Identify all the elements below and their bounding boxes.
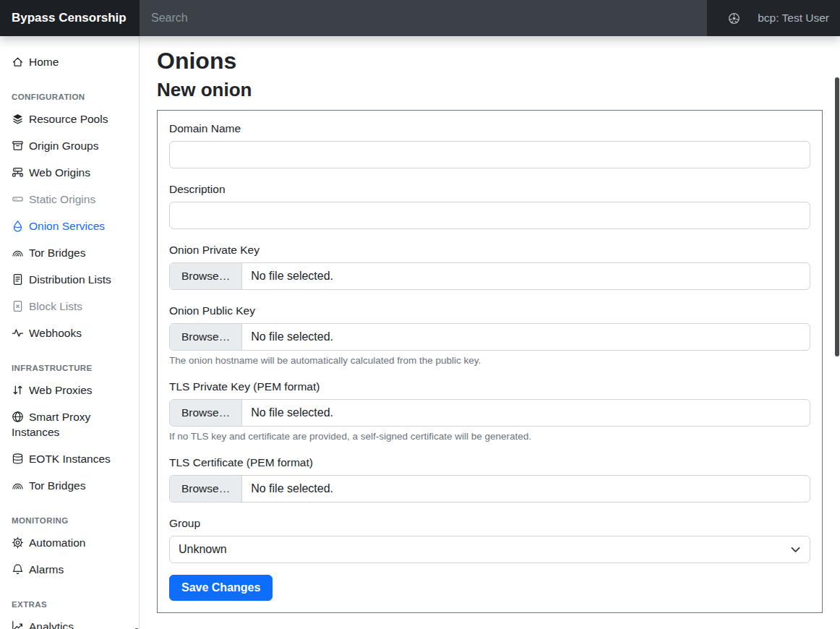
sidebar-item-home[interactable]: Home xyxy=(12,48,133,75)
field-onion-private-key: Onion Private Key Browse… No file select… xyxy=(169,244,810,290)
onion-public-key-label: Onion Public Key xyxy=(169,304,810,317)
browse-button[interactable]: Browse… xyxy=(170,400,242,426)
sidebar-item-label: Web Proxies xyxy=(29,384,93,397)
tls-private-key-help: If no TLS key and certificate are provid… xyxy=(169,431,810,442)
domain-name-label: Domain Name xyxy=(169,122,810,135)
hdd-network-icon xyxy=(12,166,24,179)
sidebar-item-onion-services[interactable]: Onion Services xyxy=(12,213,133,239)
sidebar-item-label: Resource Pools xyxy=(29,113,108,126)
sidebar-item-webhooks[interactable]: Webhooks xyxy=(12,320,133,346)
sidebar-item-smart-proxy-instances[interactable]: Smart Proxy Instances xyxy=(12,403,133,445)
field-domain-name: Domain Name xyxy=(169,122,810,168)
sidebar-item-resource-pools[interactable]: Resource Pools xyxy=(12,106,133,132)
sidebar: Home CONFIGURATION Resource Pools Origin… xyxy=(0,36,140,629)
house-icon xyxy=(12,56,24,68)
tls-certificate-label: TLS Certificate (PEM format) xyxy=(169,456,810,469)
sidebar-item-automation[interactable]: Automation xyxy=(12,529,133,556)
rainbow-icon xyxy=(12,479,24,492)
sidebar-item-web-origins[interactable]: Web Origins xyxy=(12,159,133,186)
sidebar-item-static-origins[interactable]: Static Origins xyxy=(12,186,133,213)
sidebar-section-configuration: CONFIGURATION xyxy=(12,88,133,106)
rainbow-icon xyxy=(12,247,24,259)
sidebar-item-web-proxies[interactable]: Web Proxies xyxy=(12,377,133,403)
domain-name-input[interactable] xyxy=(169,141,810,168)
file-text-icon xyxy=(12,273,24,286)
chevron-down-icon xyxy=(791,547,800,553)
tls-private-key-file-input[interactable]: Browse… No file selected. xyxy=(169,399,810,427)
sidebar-item-alarms[interactable]: Alarms xyxy=(12,556,133,583)
globe-icon xyxy=(12,411,24,423)
navbar-brand-area: Bypass Censorship xyxy=(0,0,140,36)
arrow-down-up-icon xyxy=(12,384,24,396)
browse-button[interactable]: Browse… xyxy=(170,263,242,289)
field-tls-private-key: TLS Private Key (PEM format) Browse… No … xyxy=(169,380,810,442)
sidebar-item-distribution-lists[interactable]: Distribution Lists xyxy=(12,266,133,293)
file-status-text: No file selected. xyxy=(242,263,333,289)
group-label: Group xyxy=(169,517,810,530)
field-tls-certificate: TLS Certificate (PEM format) Browse… No … xyxy=(169,456,810,502)
sidebar-item-tor-bridges[interactable]: Tor Bridges xyxy=(12,239,133,266)
sidebar-section-infrastructure: INFRASTRUCTURE xyxy=(12,359,133,377)
onion-public-key-help: The onion hostname will be automatically… xyxy=(169,355,810,366)
sidebar-item-label: Origin Groups xyxy=(29,140,98,153)
sidebar-item-label: Alarms xyxy=(29,563,64,576)
sidebar-item-label: Static Origins xyxy=(29,193,95,206)
bell-icon xyxy=(12,563,24,575)
browse-button[interactable]: Browse… xyxy=(170,324,242,350)
search-input[interactable] xyxy=(151,12,695,25)
navbar-search-area xyxy=(140,0,707,36)
sidebar-item-label: Automation xyxy=(29,536,85,549)
gear-icon xyxy=(12,536,24,549)
sidebar-section-extras: EXTRAS xyxy=(12,596,133,613)
sidebar-item-label: Tor Bridges xyxy=(29,247,85,260)
user-menu[interactable]: bcp: Test User xyxy=(758,12,829,25)
sidebar-item-label: Block Lists xyxy=(29,300,82,313)
onion-public-key-file-input[interactable]: Browse… No file selected. xyxy=(169,323,810,351)
sidebar-item-label: Web Origins xyxy=(29,166,90,179)
activity-icon xyxy=(12,327,24,339)
globe-icon[interactable] xyxy=(728,12,740,25)
layers-icon xyxy=(12,113,24,125)
description-label: Description xyxy=(169,183,810,196)
description-input[interactable] xyxy=(169,202,810,229)
file-status-text: No file selected. xyxy=(242,324,333,350)
sidebar-item-label: Distribution Lists xyxy=(29,273,111,286)
sidebar-item-block-lists[interactable]: Block Lists xyxy=(12,293,133,320)
sidebar-item-label: Tor Bridges xyxy=(29,479,85,492)
graph-up-arrow-icon xyxy=(12,620,24,629)
file-status-text: No file selected. xyxy=(242,400,333,426)
browse-button[interactable]: Browse… xyxy=(170,476,242,502)
brand-link[interactable]: Bypass Censorship xyxy=(12,11,127,25)
sidebar-item-eotk-instances[interactable]: EOTK Instances xyxy=(12,445,133,472)
navbar-user-area: bcp: Test User xyxy=(707,0,840,36)
archive-icon xyxy=(12,140,24,152)
hdd-icon xyxy=(12,193,24,205)
sidebar-item-origin-groups[interactable]: Origin Groups xyxy=(12,132,133,159)
file-status-text: No file selected. xyxy=(242,476,333,502)
sidebar-item-analytics[interactable]: Analytics xyxy=(12,613,133,629)
field-onion-public-key: Onion Public Key Browse… No file selecte… xyxy=(169,304,810,366)
tls-certificate-file-input[interactable]: Browse… No file selected. xyxy=(169,475,810,502)
droplet-icon xyxy=(12,220,24,232)
sidebar-section-monitoring: MONITORING xyxy=(12,512,133,529)
page-title: Onions xyxy=(157,48,823,74)
field-group: Group Unknown xyxy=(169,517,810,563)
tls-private-key-label: TLS Private Key (PEM format) xyxy=(169,380,810,393)
field-description: Description xyxy=(169,183,810,229)
save-changes-button[interactable]: Save Changes xyxy=(169,575,273,601)
sidebar-item-label: Home xyxy=(29,56,59,69)
sidebar-item-tor-bridges-2[interactable]: Tor Bridges xyxy=(12,472,133,499)
file-x-icon xyxy=(12,300,24,312)
onion-private-key-file-input[interactable]: Browse… No file selected. xyxy=(169,262,810,290)
sidebar-item-label: EOTK Instances xyxy=(29,453,111,466)
top-navbar: Bypass Censorship bcp: Test User xyxy=(0,0,840,36)
sidebar-item-label: Onion Services xyxy=(29,220,105,233)
main-scrollbar[interactable] xyxy=(835,77,839,356)
new-onion-form: Domain Name Description Onion Private Ke… xyxy=(157,110,823,613)
group-selected-value: Unknown xyxy=(179,543,227,556)
page-subtitle: New onion xyxy=(157,80,823,101)
sidebar-item-label: Webhooks xyxy=(29,327,82,340)
main-content: Onions New onion Domain Name Description… xyxy=(140,36,840,629)
database-icon xyxy=(12,453,24,465)
group-select[interactable]: Unknown xyxy=(169,536,810,563)
